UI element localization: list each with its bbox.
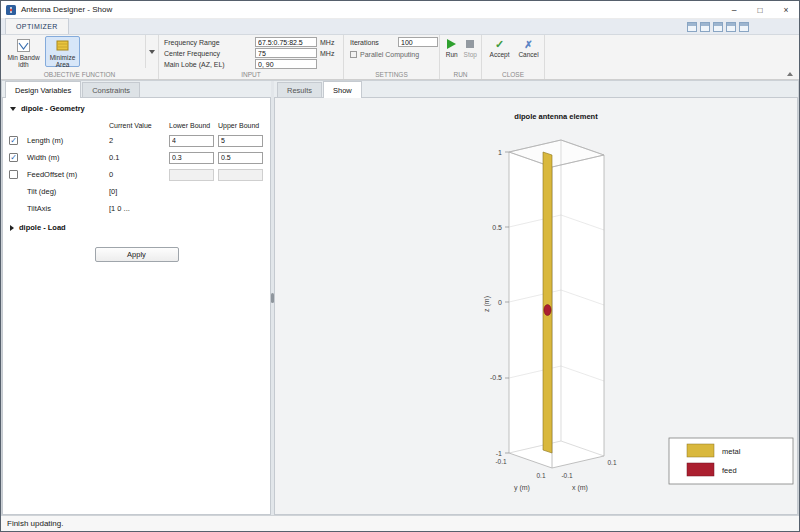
- main-lobe-input[interactable]: [255, 59, 317, 69]
- feedoffset-name: FeedOffset (m): [27, 170, 105, 179]
- tab-design-variables[interactable]: Design Variables: [5, 81, 81, 98]
- tab-optimizer[interactable]: OPTIMIZER: [5, 18, 69, 34]
- help-icon[interactable]: [739, 22, 749, 32]
- app-icon: [6, 5, 16, 15]
- col-lower-bound: Lower Bound: [169, 122, 214, 129]
- legend-metal-swatch: [687, 444, 714, 457]
- feedoffset-checkbox[interactable]: [9, 170, 18, 179]
- y-axis-label: y (m): [514, 484, 530, 492]
- tiltaxis-name: TiltAxis: [27, 204, 105, 213]
- parallel-computing-label: Parallel Computing: [360, 51, 419, 58]
- axes-box: [505, 140, 604, 468]
- svg-text:-1: -1: [496, 450, 502, 457]
- apply-button[interactable]: Apply: [95, 247, 179, 262]
- dock-icon[interactable]: [700, 22, 710, 32]
- cancel-x-icon: ✗: [524, 37, 532, 51]
- accept-check-icon: ✓: [495, 37, 504, 51]
- row-feedoffset: FeedOffset (m) 0: [3, 166, 270, 183]
- svg-text:0.1: 0.1: [536, 472, 545, 479]
- minimize-panel-icon[interactable]: [726, 22, 736, 32]
- svg-text:0.5: 0.5: [492, 224, 502, 231]
- length-current: 2: [109, 136, 165, 145]
- row-tilt: Tilt (deg) [0]: [3, 183, 270, 200]
- input-section: Frequency Range MHz Center Frequency MHz…: [159, 35, 344, 79]
- feedoffset-upper-input: [218, 169, 263, 181]
- tab-show[interactable]: Show: [323, 81, 362, 98]
- tiltaxis-current: [1 0 ...: [109, 204, 165, 213]
- parallel-computing-checkbox[interactable]: [350, 51, 357, 58]
- run-button[interactable]: Run: [443, 37, 461, 67]
- svg-text:0.1: 0.1: [607, 459, 616, 466]
- svg-text:1: 1: [498, 149, 502, 156]
- width-upper-input[interactable]: [218, 152, 263, 164]
- titlebar: Antenna Designer - Show – □ ×: [1, 1, 799, 19]
- minimize-window-button[interactable]: –: [721, 1, 747, 18]
- dipole-metal-strip: [543, 152, 552, 453]
- length-checkbox[interactable]: ✓: [9, 136, 18, 145]
- quick-access-toolbar: [687, 22, 749, 34]
- objective-gallery-dropdown[interactable]: [145, 35, 158, 68]
- width-name: Width (m): [27, 153, 105, 162]
- load-section-header[interactable]: dipole - Load: [3, 217, 270, 235]
- row-length: ✓ Length (m) 2: [3, 132, 270, 149]
- toolstrip: Min Bandwidth Minimize Area OBJECTIVE FU…: [1, 35, 799, 80]
- objective-function-section: Min Bandwidth Minimize Area OBJECTIVE FU…: [1, 35, 159, 79]
- feed-point: [544, 305, 551, 316]
- z-axis-label: z (m): [483, 296, 491, 312]
- svg-text:-0.5: -0.5: [490, 374, 502, 381]
- length-upper-input[interactable]: [218, 135, 263, 147]
- stop-button[interactable]: Stop: [462, 37, 480, 67]
- min-bandwidth-button[interactable]: Min Bandwidth: [6, 36, 41, 67]
- min-bandwidth-icon: [17, 39, 30, 53]
- maximize-window-button[interactable]: □: [747, 1, 773, 18]
- iterations-input[interactable]: [398, 37, 438, 47]
- close-window-button[interactable]: ×: [773, 1, 799, 18]
- accept-button[interactable]: ✓ Accept: [487, 37, 512, 67]
- geometry-section-header[interactable]: dipole - Geometry: [3, 98, 270, 116]
- float-icon[interactable]: [713, 22, 723, 32]
- close-section: ✓ Accept ✗ Cancel CLOSE: [482, 35, 545, 79]
- row-width: ✓ Width (m) 0.1: [3, 149, 270, 166]
- svg-text:-0.1: -0.1: [561, 472, 573, 479]
- plot-legend: metal feed: [669, 438, 793, 484]
- tab-results[interactable]: Results: [277, 82, 322, 97]
- frequency-range-label: Frequency Range: [164, 39, 252, 46]
- length-name: Length (m): [27, 136, 105, 145]
- legend-feed-label: feed: [722, 466, 737, 475]
- settings-section: Iterations Parallel Computing SETTINGS: [344, 35, 440, 79]
- tilt-name: Tilt (deg): [27, 187, 105, 196]
- collapse-section-icon: [10, 107, 16, 111]
- design-variables-content: dipole - Geometry Current Value Lower Bo…: [2, 98, 271, 515]
- iterations-label: Iterations: [350, 39, 396, 46]
- run-section: Run Stop RUN: [440, 35, 482, 79]
- feedoffset-lower-input: [169, 169, 214, 181]
- window-layout-icon[interactable]: [687, 22, 697, 32]
- right-panel-tabbar: Results Show: [274, 81, 798, 98]
- x-axis-label: x (m): [572, 484, 588, 492]
- antenna-3d-view[interactable]: dipole antenna element: [275, 98, 797, 515]
- feedoffset-current: 0: [109, 170, 165, 179]
- width-lower-input[interactable]: [169, 152, 214, 164]
- minimize-area-button[interactable]: Minimize Area: [45, 36, 80, 67]
- legend-metal-label: metal: [722, 447, 741, 456]
- svg-text:-0.1: -0.1: [495, 458, 507, 465]
- bounds-header-row: Current Value Lower Bound Upper Bound: [3, 118, 270, 132]
- center-frequency-input[interactable]: [255, 48, 317, 58]
- chevron-down-icon: [149, 50, 155, 54]
- center-frequency-label: Center Frequency: [164, 50, 252, 57]
- frequency-range-input[interactable]: [255, 37, 317, 47]
- length-lower-input[interactable]: [169, 135, 214, 147]
- tilt-current: [0]: [109, 187, 165, 196]
- plot-title: dipole antenna element: [514, 112, 598, 121]
- col-upper-bound: Upper Bound: [218, 122, 263, 129]
- expand-section-icon: [10, 225, 14, 231]
- main-area: Design Variables Constraints dipole - Ge…: [1, 80, 799, 515]
- svg-text:0: 0: [498, 299, 502, 306]
- cancel-button[interactable]: ✗ Cancel: [516, 37, 541, 67]
- collapse-toolstrip-icon[interactable]: [787, 72, 793, 76]
- center-frequency-unit: MHz: [320, 50, 340, 57]
- legend-feed-swatch: [687, 463, 714, 476]
- design-variables-panel: Design Variables Constraints dipole - Ge…: [2, 81, 271, 515]
- tab-constraints[interactable]: Constraints: [82, 82, 140, 97]
- width-checkbox[interactable]: ✓: [9, 153, 18, 162]
